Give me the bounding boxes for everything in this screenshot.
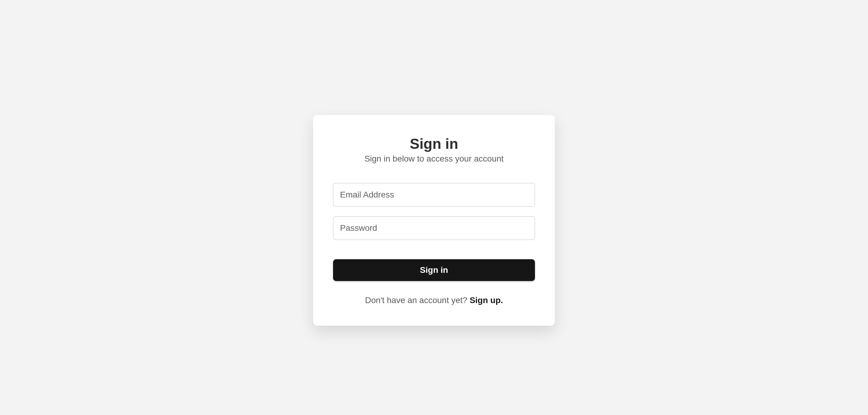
signup-link[interactable]: Sign up. xyxy=(470,296,503,305)
signin-title: Sign in xyxy=(333,136,535,152)
password-field[interactable] xyxy=(333,216,535,240)
email-field[interactable] xyxy=(333,183,535,207)
password-group xyxy=(333,216,535,240)
signin-subtitle: Sign in below to access your account xyxy=(333,154,535,164)
signin-button[interactable]: Sign in xyxy=(333,259,535,281)
signup-prompt: Don't have an account yet? Sign up. xyxy=(333,296,535,305)
signin-card: Sign in Sign in below to access your acc… xyxy=(313,115,555,326)
signup-prompt-text: Don't have an account yet? xyxy=(365,296,470,305)
email-group xyxy=(333,183,535,207)
